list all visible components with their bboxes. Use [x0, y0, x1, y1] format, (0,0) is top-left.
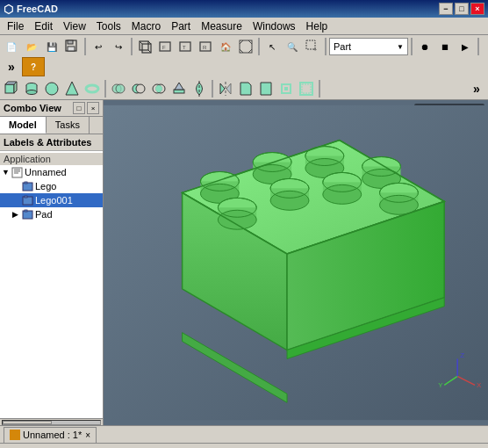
part-thickness[interactable] — [297, 79, 316, 98]
window-title: FreeCAD — [17, 4, 58, 14]
part-chamfer[interactable] — [236, 79, 255, 98]
part-box[interactable] — [2, 79, 21, 98]
more-button-2[interactable]: » — [467, 79, 486, 98]
left-panel: Combo View □ × Model Tasks Labels & Attr… — [0, 100, 104, 425]
redo-button[interactable]: ↪ — [109, 37, 128, 56]
zoom-in[interactable]: 🔍 — [283, 37, 302, 56]
part-fillet[interactable] — [256, 79, 276, 98]
boolean-intersect[interactable] — [149, 79, 169, 98]
svg-marker-42 — [226, 83, 231, 94]
view3d-button[interactable] — [135, 37, 154, 56]
boolean-cut[interactable] — [129, 79, 148, 98]
combo-icon-1[interactable]: □ — [73, 102, 85, 114]
toolbar-sep-2 — [131, 38, 133, 55]
tabs-row: Model Tasks — [0, 117, 103, 134]
tree-label-lego: Lego — [35, 181, 56, 191]
menu-file[interactable]: File — [2, 18, 29, 34]
tree-section: Application ▼ Unnamed Lego — [0, 151, 103, 418]
part-mirror[interactable] — [216, 79, 235, 98]
toolbar-sep-1 — [84, 38, 86, 55]
tree-label-unnamed: Unnamed — [25, 167, 67, 177]
labels-section: Labels & Attributes — [0, 134, 103, 151]
menu-view[interactable]: View — [58, 18, 91, 34]
svg-line-15 — [240, 40, 243, 44]
macro-play[interactable]: ▶ — [456, 37, 475, 56]
svg-rect-38 — [174, 90, 184, 93]
toolbar-row-2: » — [0, 78, 488, 99]
maximize-button[interactable]: □ — [455, 3, 469, 15]
combo-view-header: Combo View □ × — [0, 100, 103, 117]
part-cylinder[interactable] — [22, 79, 41, 98]
save-copy-button[interactable] — [62, 37, 82, 56]
window-controls: − □ × — [439, 3, 484, 15]
menu-tools[interactable]: Tools — [91, 18, 126, 34]
toolbar-sep-3 — [258, 38, 260, 55]
combo-icon-2[interactable]: × — [87, 102, 99, 114]
part-sphere[interactable] — [42, 79, 61, 98]
toolbar-sep-7 — [104, 80, 106, 98]
workbench-dropdown[interactable]: Part ▼ — [329, 38, 408, 55]
main-area: Combo View □ × Model Tasks Labels & Attr… — [0, 100, 488, 425]
more-button[interactable]: » — [2, 57, 21, 76]
svg-line-17 — [240, 49, 243, 53]
part-torus[interactable] — [83, 79, 102, 98]
svg-rect-21 — [5, 84, 14, 93]
tab-icon — [10, 430, 20, 440]
part-cone[interactable] — [62, 79, 82, 98]
tree-item-unnamed[interactable]: ▼ Unnamed — [0, 165, 103, 179]
svg-rect-48 — [302, 84, 311, 93]
save-button[interactable]: 💾 — [42, 37, 61, 56]
fit-all-button[interactable] — [236, 37, 255, 56]
document-tab[interactable]: Unnamed : 1* × — [4, 427, 97, 443]
lego-icon — [21, 180, 33, 192]
tree-label-lego001: Lego001 — [35, 195, 73, 206]
view-front[interactable]: F — [155, 37, 175, 56]
boolean-union[interactable] — [109, 79, 128, 98]
tree-arrow-unnamed: ▼ — [2, 168, 11, 177]
box-zoom[interactable]: + — [303, 37, 322, 56]
open-button[interactable]: 📂 — [22, 37, 41, 56]
viewport[interactable]: Run a boole... — [104, 100, 488, 425]
macro-stop[interactable]: ⏹ — [435, 37, 455, 56]
tab-model[interactable]: Model — [0, 117, 47, 134]
menu-edit[interactable]: Edit — [29, 18, 58, 34]
svg-text:T: T — [183, 45, 186, 50]
menu-help[interactable]: Help — [301, 18, 334, 34]
part-offset[interactable] — [276, 79, 296, 98]
view-home[interactable]: 🏠 — [216, 37, 235, 56]
view-top[interactable]: T — [176, 37, 195, 56]
svg-marker-23 — [14, 82, 17, 93]
view-right[interactable]: R — [196, 37, 215, 56]
tree-item-lego001[interactable]: Lego001 — [0, 193, 103, 207]
part-extrude[interactable] — [169, 79, 189, 98]
help-btn[interactable]: ? — [22, 57, 45, 76]
macro-record[interactable]: ⏺ — [415, 37, 434, 56]
svg-marker-39 — [175, 83, 183, 90]
combo-view-label: Combo View — [4, 103, 61, 113]
tree-arrow-pad: ▶ — [12, 210, 21, 219]
svg-line-18 — [248, 49, 252, 53]
left-scrollbar[interactable] — [0, 418, 103, 425]
minimize-button[interactable]: − — [439, 3, 453, 15]
svg-text:Y: Y — [438, 381, 443, 389]
menu-macro[interactable]: Macro — [126, 18, 166, 34]
undo-button[interactable]: ↩ — [89, 37, 108, 56]
menu-part[interactable]: Part — [166, 18, 196, 34]
close-button[interactable]: × — [470, 3, 484, 15]
tab-tasks[interactable]: Tasks — [47, 117, 90, 134]
part-revolve[interactable] — [190, 79, 209, 98]
tree-item-pad[interactable]: ▶ Pad — [0, 207, 103, 221]
svg-point-81 — [218, 210, 256, 229]
scrollbar-thumb[interactable] — [3, 421, 52, 424]
toolbar-row-1: 📄 📂 💾 ↩ ↪ F T R 🏠 ↖ 🔍 + — [0, 35, 488, 78]
svg-point-31 — [86, 85, 98, 92]
new-button[interactable]: 📄 — [2, 37, 21, 56]
toolbar-area: 📄 📂 💾 ↩ ↪ F T R 🏠 ↖ 🔍 + — [0, 35, 488, 100]
select-mode[interactable]: ↖ — [262, 37, 282, 56]
svg-text:+: + — [313, 47, 317, 53]
tab-close[interactable]: × — [85, 430, 90, 440]
tree-item-lego[interactable]: Lego — [0, 179, 103, 193]
scrollbar-track[interactable] — [2, 420, 101, 425]
menu-windows[interactable]: Windows — [248, 18, 301, 34]
menu-measure[interactable]: Measure — [196, 18, 248, 34]
